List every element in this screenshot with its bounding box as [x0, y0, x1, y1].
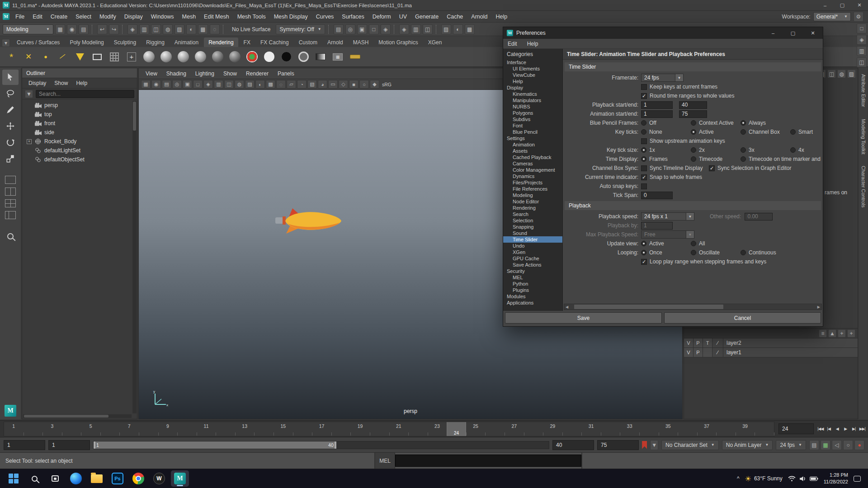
edge-icon[interactable]: [67, 470, 85, 487]
layer-t-toggle[interactable]: T: [703, 338, 712, 347]
layer-pen-icon[interactable]: ∕: [712, 338, 723, 347]
screen-space-ao-icon[interactable]: ▭: [328, 80, 338, 89]
dialog-minimize-button[interactable]: –: [763, 27, 783, 39]
frame-tick-22[interactable]: [428, 432, 428, 436]
highlight-selection-icon[interactable]: ◍: [163, 24, 173, 34]
frame-tick-28[interactable]: [543, 432, 543, 436]
key-tick-size-4x-radio[interactable]: 4x: [790, 147, 821, 153]
tray-chevron-icon[interactable]: ^: [737, 475, 740, 482]
viewport-menu-shading[interactable]: Shading: [162, 69, 190, 79]
file-explorer-icon[interactable]: [88, 470, 106, 487]
frame-tick-31[interactable]: [601, 432, 601, 436]
scale-tool[interactable]: [2, 151, 19, 166]
category-nurbs[interactable]: NURBS: [503, 103, 562, 110]
outliner-horizontal-scrollbar[interactable]: [23, 414, 132, 418]
frame-tick-21[interactable]: [408, 432, 409, 436]
menu-cache[interactable]: Cache: [443, 12, 467, 22]
maya-menu-icon[interactable]: M: [3, 13, 9, 20]
key-ticks-none-radio[interactable]: None: [641, 129, 691, 135]
sync-selection-graph-editor-checkbox[interactable]: ✓Sync Selection in Graph Editor: [709, 165, 791, 171]
category-undo[interactable]: Undo: [503, 243, 562, 249]
render-settings-icon[interactable]: ▩: [465, 24, 475, 34]
category-font[interactable]: Font: [503, 122, 562, 129]
looping-once-radio[interactable]: Once: [641, 249, 691, 256]
select-object-icon[interactable]: ▥: [139, 24, 149, 34]
category-python[interactable]: Python: [503, 281, 562, 287]
display-toggle-icon[interactable]: ◍: [837, 70, 846, 78]
field-chart-icon[interactable]: ▨: [245, 80, 255, 89]
animation-end-input[interactable]: 75: [597, 440, 639, 450]
frame-tick-10[interactable]: [197, 432, 197, 436]
menu-modify[interactable]: Modify: [95, 12, 120, 22]
dock-panel-icon[interactable]: ▨: [847, 70, 856, 78]
playback-start-field[interactable]: 1: [641, 101, 673, 109]
viewport-menu-renderer[interactable]: Renderer: [242, 69, 273, 79]
shading-map-icon[interactable]: [244, 49, 259, 65]
select-component-icon[interactable]: ◫: [151, 24, 161, 34]
w-app-icon[interactable]: W: [150, 470, 168, 487]
redo-icon[interactable]: ↪: [109, 24, 119, 34]
frame-tick-19[interactable]: [370, 432, 370, 436]
cancel-button[interactable]: Cancel: [664, 312, 821, 324]
shelf-menu-icon[interactable]: ▾: [2, 39, 10, 47]
outliner-item-side[interactable]: side: [22, 128, 137, 137]
preferences-horizontal-scrollbar[interactable]: ◀ ▶: [564, 304, 822, 310]
channel-box-toggle-icon[interactable]: ▥: [857, 46, 867, 56]
menu-arnold[interactable]: Arnold: [467, 12, 491, 22]
category-sound[interactable]: Sound: [503, 230, 562, 236]
timeline-ruler[interactable]: 1357911131517192123252729313335373924: [4, 422, 774, 436]
category-manipulators[interactable]: Manipulators: [503, 97, 562, 103]
category-gpu-cache[interactable]: GPU Cache: [503, 255, 562, 262]
category-help[interactable]: Help: [503, 78, 562, 84]
playback-start-input[interactable]: 1: [48, 440, 90, 450]
shelf-tab-sculpting[interactable]: Sculpting: [109, 38, 141, 47]
clock-widget[interactable]: 1:28 PM 11/28/2022: [824, 472, 848, 485]
symmetry-dropdown[interactable]: Symmetry: Off ▼: [276, 24, 325, 34]
camera-attributes-icon[interactable]: ▤: [162, 80, 171, 89]
playback-speed-dropdown[interactable]: 24 fps x 1▼: [641, 212, 694, 221]
outliner-item-rocket-body[interactable]: +Rocket_Body: [22, 137, 137, 146]
snap-point-icon[interactable]: ▣: [357, 24, 367, 34]
tool-settings-toggle-icon[interactable]: ◈: [857, 35, 867, 45]
new-empty-layer-icon[interactable]: +: [838, 329, 846, 338]
category-viewcube[interactable]: ViewCube: [503, 72, 562, 78]
viewport-menu-panels[interactable]: Panels: [274, 69, 298, 79]
layer-p-toggle[interactable]: P: [693, 338, 703, 347]
surface-shader-icon[interactable]: [261, 49, 277, 65]
category-polygons[interactable]: Polygons: [503, 110, 562, 116]
frame-tick-4[interactable]: [81, 432, 81, 436]
textured-mode-icon[interactable]: ◔: [297, 80, 307, 89]
snap-curve-icon[interactable]: ◎: [345, 24, 355, 34]
category-selection[interactable]: Selection: [503, 217, 562, 224]
use-background-icon[interactable]: [278, 49, 294, 65]
mute-playback-icon[interactable]: ◁: [832, 440, 842, 450]
photoshop-icon[interactable]: Ps: [108, 470, 127, 487]
looping-continuous-radio[interactable]: Continuous: [741, 249, 790, 256]
make-live-icon[interactable]: ◈: [381, 24, 391, 34]
update-view-all-radio[interactable]: All: [691, 240, 731, 247]
shelf-tab-fx-caching[interactable]: FX Caching: [256, 38, 293, 47]
shelf-tab-custom[interactable]: Custom: [294, 38, 322, 47]
frame-tick-29[interactable]: [562, 432, 563, 436]
mask-surfaces-icon[interactable]: ▩: [198, 24, 208, 34]
menu-edit[interactable]: Edit: [28, 12, 47, 22]
go-to-start-button[interactable]: |◀◀: [816, 422, 825, 435]
animation-start-input[interactable]: 1: [4, 440, 45, 450]
category-time-slider[interactable]: Time Slider: [503, 236, 562, 243]
playback-range-bar[interactable]: 1 40: [94, 441, 336, 449]
maximize-button[interactable]: ▢: [834, 0, 851, 10]
lasso-tool[interactable]: [2, 86, 19, 101]
ipr-render-icon[interactable]: ◐: [453, 24, 463, 34]
frame-tick-20[interactable]: [389, 432, 390, 436]
frame-tick-36[interactable]: [697, 432, 698, 436]
layer-t-toggle[interactable]: [703, 348, 712, 357]
menu-mesh-display[interactable]: Mesh Display: [270, 12, 312, 22]
max-playback-speed-dropdown[interactable]: Free▼: [641, 230, 694, 239]
category-modules[interactable]: Modules: [503, 293, 562, 300]
category-color-management[interactable]: Color Management: [503, 167, 562, 173]
tray-system-icons[interactable]: [788, 476, 818, 482]
resolution-gate-icon[interactable]: ◫: [224, 80, 234, 89]
outliner-filter-icon[interactable]: ▼: [25, 90, 33, 98]
sidebar-tab-character-controls[interactable]: Character Controls: [861, 166, 866, 207]
mask-curves-icon[interactable]: ◐: [186, 24, 196, 34]
